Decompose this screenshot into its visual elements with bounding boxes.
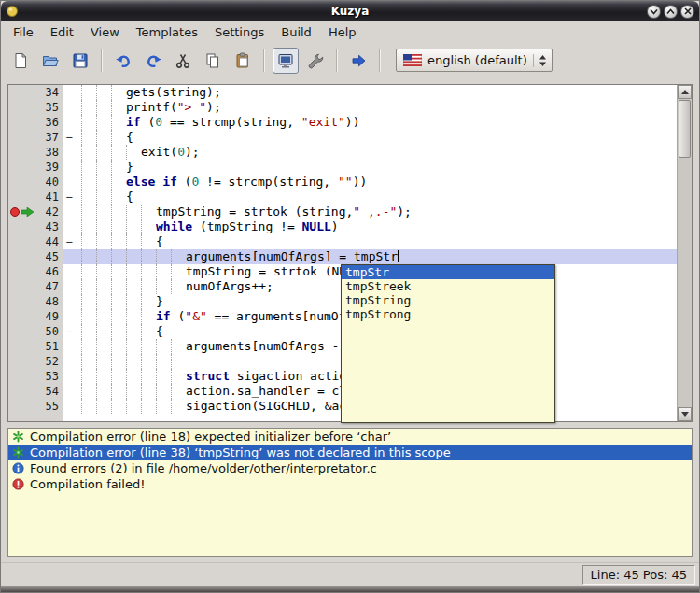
completion-item[interactable]: tmpStrong (342, 307, 554, 321)
toolbar-separator (336, 49, 338, 72)
fold-marker[interactable]: − (63, 234, 76, 249)
fold-marker[interactable]: − (63, 130, 76, 145)
completion-popup-list: tmpStrtmpStreektmpStringtmpStrong (342, 265, 554, 321)
indent-guide (96, 324, 111, 339)
indent-guide (156, 339, 171, 354)
line-marker-area[interactable] (8, 234, 35, 249)
indent-guide (141, 309, 156, 324)
combo-spinner-icon[interactable] (533, 54, 547, 67)
line-marker-area[interactable] (8, 130, 35, 145)
code-line-37[interactable]: 37−{ (8, 130, 677, 145)
code-line-42[interactable]: 42tmpString = strtok (string," ,.-"); (8, 205, 677, 219)
fold-marker[interactable]: − (63, 324, 76, 339)
run-button[interactable] (345, 48, 371, 74)
minimize-button[interactable] (647, 5, 661, 19)
code-line-41[interactable]: 41−{ (8, 190, 677, 205)
cut-button[interactable] (170, 48, 196, 74)
message-row[interactable]: Found errors (2) in file /home/volder/ot… (8, 460, 692, 476)
line-marker-area[interactable] (8, 145, 35, 160)
indent-guide (141, 219, 156, 234)
line-marker-area[interactable] (8, 205, 35, 219)
menu-item-help[interactable]: Help (320, 22, 365, 42)
indent-guide (96, 219, 111, 234)
redo-button[interactable] (140, 48, 166, 74)
error-icon (12, 478, 24, 490)
line-marker-area[interactable] (8, 160, 35, 175)
save-file-button[interactable] (67, 48, 93, 74)
line-marker-area[interactable] (8, 219, 35, 234)
window-title: Kuzya (1, 5, 699, 18)
language-combobox[interactable]: english (default) (396, 49, 553, 72)
open-file-button[interactable] (37, 48, 63, 74)
indent-guide (111, 354, 126, 369)
scroll-down-button[interactable] (678, 407, 692, 421)
completion-item[interactable]: tmpString (342, 293, 554, 307)
line-marker-area[interactable] (8, 100, 35, 115)
paste-button[interactable] (230, 48, 256, 74)
copy-icon (204, 52, 221, 69)
line-marker-area[interactable] (8, 249, 35, 264)
code-line-35[interactable]: 35printf("> "); (8, 100, 677, 115)
indent-guide (126, 249, 141, 264)
indent-guide (141, 234, 156, 249)
message-row[interactable]: Compilation error (line 38) ‘tmpString’ … (8, 445, 692, 460)
line-marker-area[interactable] (8, 294, 35, 309)
completion-item[interactable]: tmpStreek (342, 279, 554, 293)
indent-guide (126, 264, 141, 279)
maximize-button[interactable] (664, 5, 678, 19)
line-marker-area[interactable] (8, 279, 35, 294)
line-marker-area[interactable] (8, 190, 35, 205)
code-line-38[interactable]: 38exit(0); (8, 145, 677, 160)
indent-guide (81, 369, 96, 384)
line-marker-area[interactable] (8, 85, 35, 100)
indent-guide (96, 205, 111, 219)
line-marker-area[interactable] (8, 399, 35, 414)
indent-guide (141, 384, 156, 399)
completion-item[interactable]: tmpStr (342, 265, 554, 279)
code-line-44[interactable]: 44−{ (8, 234, 677, 249)
line-marker-area[interactable] (8, 384, 35, 399)
message-row[interactable]: Compilation error (line 18) expected ini… (8, 429, 692, 445)
line-marker-area[interactable] (8, 339, 35, 354)
code-editor[interactable]: 34gets(string);35printf("> ");36if (0 ==… (7, 84, 693, 422)
new-file-button[interactable] (7, 48, 34, 74)
close-button[interactable] (680, 5, 694, 19)
line-marker-area[interactable] (8, 369, 35, 384)
fold-marker[interactable]: − (63, 190, 76, 205)
build-settings-button[interactable] (302, 48, 329, 74)
vertical-scrollbar[interactable] (677, 85, 692, 421)
message-text: Compilation error (line 38) ‘tmpString’ … (30, 445, 451, 459)
code-line-39[interactable]: 39} (8, 160, 677, 175)
menu-item-file[interactable]: File (5, 22, 42, 42)
app-icon[interactable] (6, 5, 20, 19)
line-marker-area[interactable] (8, 354, 35, 369)
toggle-output-button[interactable] (273, 48, 299, 74)
menu-item-edit[interactable]: Edit (42, 22, 82, 42)
indent-guide (111, 264, 126, 279)
code-line-45[interactable]: 45arguments[numOfArgs] = tmpStr (8, 249, 677, 264)
code-line-36[interactable]: 36if (0 == strcmp(string, "exit")) (8, 115, 677, 130)
scroll-up-button[interactable] (678, 85, 692, 99)
compile-error-icon (12, 431, 24, 443)
menu-item-settings[interactable]: Settings (206, 22, 273, 42)
line-marker-area[interactable] (8, 264, 35, 279)
build-output-panel[interactable]: Compilation error (line 18) expected ini… (7, 428, 693, 557)
menu-item-templates[interactable]: Templates (128, 22, 206, 42)
code-line-43[interactable]: 43while (tmpString != NULL) (8, 219, 677, 234)
copy-button[interactable] (200, 48, 226, 74)
message-row[interactable]: Compilation failed! (8, 476, 692, 492)
code-line-34[interactable]: 34gets(string); (8, 85, 677, 100)
undo-button[interactable] (110, 48, 136, 74)
fold-marker (63, 145, 76, 160)
menu-item-view[interactable]: View (82, 22, 128, 42)
indent-guide (111, 175, 126, 190)
code-line-40[interactable]: 40else if (0 != strcmp(string, "")) (8, 175, 677, 190)
line-marker-area[interactable] (8, 324, 35, 339)
line-marker-area[interactable] (8, 309, 35, 324)
line-marker-area[interactable] (8, 115, 35, 130)
scrollbar-thumb[interactable] (679, 100, 691, 158)
menu-item-build[interactable]: Build (273, 22, 320, 42)
indent-guide (111, 324, 126, 339)
line-marker-area[interactable] (8, 175, 35, 190)
title-bar[interactable]: Kuzya (1, 1, 699, 21)
